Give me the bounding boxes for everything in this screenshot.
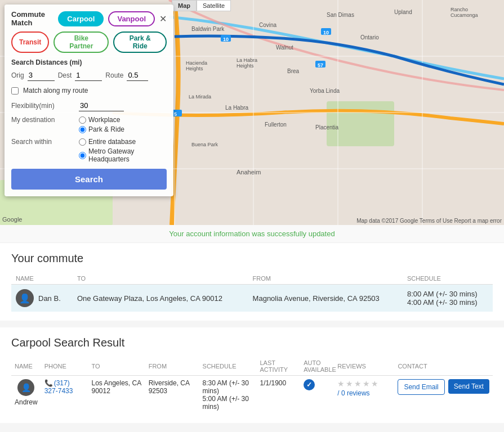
panel-title: Commute Match [11,10,51,27]
result-person-name: Andrew [15,398,38,406]
send-text-button[interactable]: Send Text [448,379,489,394]
col-from: FROM [248,273,403,285]
search-within-label: Search within [11,138,79,163]
match-route-label: Match along my route [23,87,88,94]
flexibility-input[interactable] [79,100,124,111]
svg-text:La Habra: La Habra [225,105,249,111]
svg-text:Fullerton: Fullerton [265,122,287,128]
send-email-button[interactable]: Send Email [398,379,444,395]
commute-row: 👤 Dan B. One Gateway Plaza, Los Angeles,… [11,285,493,312]
avatar: 👤 [16,289,34,307]
star-3: ★ [354,379,362,388]
distances-label: Search Distances (mi) [11,58,167,66]
result-last-activity: 1/1/1900 [257,376,301,415]
park-ride-button[interactable]: Park & Ride [113,32,167,53]
svg-text:Heights: Heights [186,66,203,71]
commute-schedule: 8:00 AM (+/- 30 mins) 4:00 AM (+/- 30 mi… [403,285,493,312]
star-2: ★ [346,379,353,388]
result-col-auto: AUTO AVAILABLE [300,357,334,376]
result-col-from: FROM [145,357,199,376]
result-col-to: TO [88,357,145,376]
svg-text:Placentia: Placentia [315,124,339,130]
svg-text:Walnut: Walnut [276,44,293,51]
commute-table: NAME TO FROM SCHEDULE 👤 Dan B. One Gatew… [11,273,493,312]
col-schedule: SCHEDULE [403,273,493,285]
commute-to: One Gateway Plaza, Los Angeles, CA 90012 [73,285,248,312]
dest-input[interactable] [75,70,102,81]
pin-button[interactable]: ✕ [159,14,167,24]
result-col-schedule: SCHEDULE [199,357,257,376]
carpool-result-section: Carpool Search Result NAME PHONE TO FROM… [0,327,504,423]
search-button[interactable]: Search [11,169,167,190]
svg-text:57: 57 [318,62,323,68]
my-destination-options: Workplace Park & Ride [79,116,124,133]
my-destination-label: My destination [11,116,79,133]
contact-cell: Send Email Send Text [398,379,489,395]
orig-input[interactable] [28,70,55,81]
phone-icon: 📞 [44,379,53,387]
google-logo: Google [2,216,22,223]
map-tab-map[interactable]: Map [172,0,197,11]
result-avatar-icon: 👤 [21,383,31,392]
auto-available-checkmark: ✓ [304,379,315,390]
commute-from: Magnolia Avenue, Riverside, CA 92503 [248,285,403,312]
svg-text:5: 5 [174,111,177,117]
route-label: Route [105,71,123,79]
star-1: ★ [337,379,345,388]
result-schedule: 8:30 AM (+/- 30 mins) 5:00 AM (+/- 30 mi… [199,376,257,415]
svg-text:Covina: Covina [259,22,277,28]
svg-text:Yorba Linda: Yorba Linda [310,88,340,94]
result-col-phone: PHONE [41,357,88,376]
carpool-result-title: Carpool Search Result [11,336,493,349]
vanpool-button[interactable]: Vanpool [108,11,155,26]
result-table: NAME PHONE TO FROM SCHEDULE LAST ACTIVIT… [11,357,493,414]
result-auto-available: ✓ [300,376,334,415]
svg-text:San Dimas: San Dimas [327,12,354,18]
success-bar: Your account information was successfull… [0,225,504,243]
destination-workplace-label: Workplace [88,116,120,124]
commute-match-panel: Commute Match Carpool Vanpool ✕ Transit … [5,4,173,196]
svg-text:Upland: Upland [394,9,412,15]
result-row: 👤 Andrew 📞(317) 327-7433 Los Angeles, CA… [11,376,493,415]
bike-partner-button[interactable]: Bike Partner [53,32,109,53]
result-avatar: 👤 [17,379,34,396]
star-5: ★ [371,379,378,388]
result-from: Riverside, CA 92503 [145,376,199,415]
commute-name-cell: 👤 Dan B. [16,289,68,307]
map-attribution: Map data ©2017 Google Terms of Use Repor… [356,218,502,224]
flexibility-label: Flexibility(min) [11,102,79,110]
svg-text:Hacienda: Hacienda [186,60,207,66]
search-entire-database-radio[interactable] [79,138,86,146]
route-input[interactable] [127,70,148,81]
svg-text:Brea: Brea [287,68,300,74]
search-within-options: Entire database Metro Gateway Headquarte… [79,138,167,163]
map-tabs: Map Satellite [172,0,231,11]
reviews-link[interactable]: / 0 reviews [337,389,369,397]
transit-button[interactable]: Transit [11,32,49,53]
search-entire-database-label: Entire database [88,138,136,146]
col-to: TO [73,273,248,285]
result-col-last-activity: LAST ACTIVITY [257,357,301,376]
star-4: ★ [363,379,370,388]
orig-label: Orig [11,71,24,79]
svg-text:10: 10 [223,37,229,42]
map-section: Baldwin Park Covina San Dimas Upland Ran… [0,0,504,225]
carpool-button[interactable]: Carpool [58,11,104,26]
map-tab-satellite[interactable]: Satellite [197,0,231,11]
destination-parkride-radio[interactable] [79,126,86,133]
phone-link[interactable]: 📞(317) 327-7433 [44,379,73,395]
svg-text:10: 10 [323,30,329,35]
svg-text:Buena Park: Buena Park [191,142,218,147]
search-metro-radio[interactable] [79,152,86,159]
match-route-checkbox[interactable] [11,87,19,94]
svg-text:La Mirada: La Mirada [189,94,211,100]
svg-text:Rancho: Rancho [451,7,468,12]
commute-person-name: Dan B. [38,294,61,303]
svg-text:La Habra: La Habra [237,57,257,63]
success-message: Your account information was successfull… [169,230,334,238]
result-col-contact: CONTACT [394,357,493,376]
destination-workplace-radio[interactable] [79,116,86,124]
your-commute-section: Your commute NAME TO FROM SCHEDULE 👤 Dan… [0,243,504,321]
dest-label: Dest [58,71,72,79]
result-reviews: ★ ★ ★ ★ ★ / 0 reviews [334,376,394,415]
